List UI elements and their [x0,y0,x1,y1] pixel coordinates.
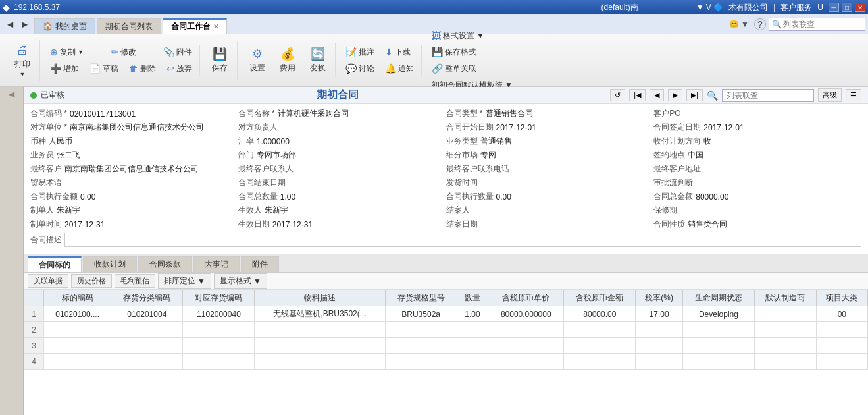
tab-contract-list[interactable]: 期初合同列表 [97,18,161,34]
table-cell[interactable] [488,322,564,338]
display-format-btn[interactable]: 显示格式 ▼ [214,273,267,289]
row-num-cell[interactable]: 1 [24,306,44,322]
tab-contract-items[interactable]: 合同标的 [28,256,82,272]
related-records-btn[interactable]: 关联单据 [28,274,68,288]
table-cell[interactable]: 010201004 [111,306,183,322]
add-button[interactable]: ➕ 增加 [45,61,84,76]
tab-attachments[interactable]: 附件 [241,256,279,272]
table-cell[interactable] [111,354,183,370]
table-cell[interactable] [44,322,111,338]
description-input[interactable] [64,233,861,247]
table-cell[interactable] [636,354,682,370]
transform-button[interactable]: 🔄 变换 [303,43,332,77]
table-cell[interactable] [44,338,111,354]
gross-profit-btn[interactable]: 毛利预估 [115,274,155,288]
table-cell[interactable] [255,322,385,338]
related-button[interactable]: 🔗 整单关联 [427,61,517,76]
table-cell[interactable] [457,322,488,338]
nav-forward[interactable]: ▶ [17,17,32,32]
table-cell[interactable] [255,338,385,354]
delete-button[interactable]: 🗑 删除 [124,61,161,76]
refresh-btn[interactable]: ↺ [610,89,625,101]
maximize-button[interactable]: □ [842,3,852,12]
next-btn[interactable]: ▶ [668,89,682,101]
format-settings-button[interactable]: 🖼 格式设置 ▼ [427,28,517,43]
table-cell[interactable] [111,322,183,338]
table-cell[interactable] [488,354,564,370]
table-cell[interactable] [385,338,457,354]
attachment-button[interactable]: 📎 附件 [159,45,197,60]
column-settings-btn[interactable]: ☰ [846,89,861,101]
table-cell[interactable] [816,338,867,354]
table-cell[interactable] [183,338,255,354]
prev-btn[interactable]: ◀ [650,89,664,101]
tab-events[interactable]: 大事记 [193,256,240,272]
table-cell[interactable]: 00 [816,306,867,322]
save-button[interactable]: 💾 保存 [205,41,234,80]
download-button[interactable]: ⬇ 下载 [380,45,415,60]
table-cell[interactable] [457,354,488,370]
customer-service-btn[interactable]: 客户服务 [780,2,812,13]
notify-button[interactable]: 🔔 通知 [380,61,419,76]
record-search-input[interactable] [722,89,814,102]
close-button[interactable]: ✕ [855,3,865,12]
global-search-input[interactable] [783,20,862,29]
table-cell[interactable]: 01020100.... [44,306,111,322]
table-cell[interactable] [385,354,457,370]
table-cell[interactable]: Developing [682,306,754,322]
tab-payment-plan[interactable]: 收款计划 [83,256,137,272]
table-cell[interactable] [183,322,255,338]
abandon-button[interactable]: ↩ 放弃 [162,61,197,76]
table-row[interactable]: 4 [24,354,868,370]
table-cell[interactable]: BRU3502a [385,306,457,322]
tab-close-icon[interactable]: ✕ [213,23,218,30]
batch-button[interactable]: 📝 批注 [341,45,379,60]
table-cell[interactable] [564,338,636,354]
table-cell[interactable] [682,322,754,338]
table-cell[interactable]: 1102000040 [183,306,255,322]
row-num-cell[interactable]: 2 [24,322,44,338]
table-cell[interactable] [564,354,636,370]
tab-contract-terms[interactable]: 合同条款 [138,256,192,272]
table-cell[interactable] [183,354,255,370]
draft-button[interactable]: 📄 草稿 [85,61,123,76]
table-cell[interactable] [488,338,564,354]
tab-home[interactable]: 🏠 我的桌面 [34,18,95,34]
history-price-btn[interactable]: 历史价格 [71,274,112,288]
table-cell[interactable]: 1.00 [457,306,488,322]
table-row[interactable]: 3 [24,338,868,354]
table-cell[interactable] [44,354,111,370]
help-btn[interactable]: ? [754,18,766,30]
table-row[interactable]: 2 [24,322,868,338]
table-cell[interactable] [255,354,385,370]
table-cell[interactable] [111,338,183,354]
table-cell[interactable]: 无线基站整机,BRU3502(... [255,306,385,322]
table-cell[interactable] [754,322,816,338]
table-cell[interactable] [754,306,816,322]
row-num-cell[interactable]: 4 [24,354,44,370]
table-cell[interactable] [816,354,867,370]
settings-button[interactable]: ⚙ 设置 [243,43,272,77]
table-cell[interactable] [754,338,816,354]
save-format-button[interactable]: 💾 保存格式 [427,45,517,60]
table-cell[interactable] [564,322,636,338]
table-cell[interactable] [636,338,682,354]
table-cell[interactable] [816,322,867,338]
fee-button[interactable]: 💰 费用 [273,43,302,77]
advanced-search-btn[interactable]: 高级 [818,88,842,102]
table-cell[interactable] [385,322,457,338]
table-cell[interactable]: 17.00 [636,306,682,322]
sort-locate-btn[interactable]: 排序定位 ▼ [158,273,211,289]
tab-contract-workspace[interactable]: 合同工作台 ✕ [163,18,227,34]
discuss-button[interactable]: 💬 讨论 [341,61,379,76]
table-row[interactable]: 101020100....0102010041102000040无线基站整机,B… [24,306,868,322]
table-cell[interactable]: 80000.00 [564,306,636,322]
print-button[interactable]: 🖨 打印 ▼ [8,40,37,81]
table-cell[interactable]: 80000.000000 [488,306,564,322]
row-num-cell[interactable]: 3 [24,338,44,354]
table-cell[interactable] [754,354,816,370]
user-btn[interactable]: U [817,3,823,12]
table-cell[interactable] [636,322,682,338]
table-cell[interactable] [457,338,488,354]
nav-back[interactable]: ◀ [3,17,17,32]
